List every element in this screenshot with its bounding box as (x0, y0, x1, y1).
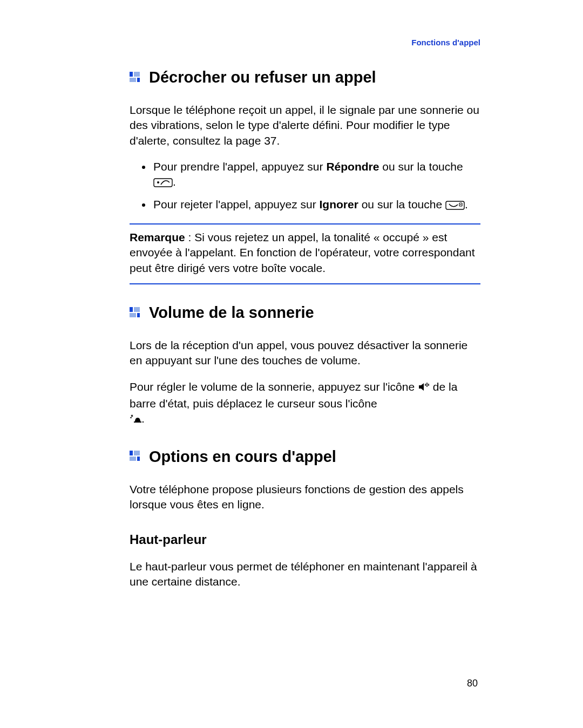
paragraph: Votre téléphone propose plusieurs foncti… (130, 482, 480, 513)
list-item: Pour rejeter l'appel, appuyez sur Ignore… (152, 197, 480, 214)
svg-point-4 (460, 204, 462, 205)
heading-text: Options en cours d'appel (149, 448, 336, 466)
svg-point-1 (157, 181, 159, 183)
bell-slider-icon (130, 413, 141, 428)
end-key-icon (445, 199, 465, 214)
svg-rect-0 (154, 179, 172, 187)
list-item: Pour prendre l'appel, appuyez sur Répond… (152, 159, 480, 192)
paragraph: Le haut-parleur vous permet de téléphone… (130, 559, 480, 590)
bold-label: Répondre (326, 160, 379, 173)
bullet-list: Pour prendre l'appel, appuyez sur Répond… (130, 159, 480, 214)
svg-marker-5 (419, 383, 424, 391)
bold-label: Ignorer (320, 198, 358, 210)
section-header-link[interactable]: Fonctions d'appel (130, 38, 480, 47)
page-number: 80 (467, 678, 478, 689)
document-page: Fonctions d'appel Décrocher ou refuser u… (0, 0, 583, 728)
paragraph: Pour régler le volume de la sonnerie, ap… (130, 379, 480, 428)
speaker-vibrate-icon (418, 381, 430, 396)
heading-text: Décrocher ou refuser un appel (149, 69, 376, 86)
note-box: Remarque : Si vous rejetez un appel, la … (130, 223, 480, 284)
section-bullet-icon (130, 307, 141, 319)
heading-text: Volume de la sonnerie (149, 304, 314, 322)
subheading-speaker: Haut-parleur (130, 532, 480, 547)
paragraph: Lorsque le téléphone reçoit un appel, il… (130, 103, 480, 148)
heading-answer-reject: Décrocher ou refuser un appel (130, 69, 480, 86)
svg-rect-2 (446, 201, 464, 209)
heading-ring-volume: Volume de la sonnerie (130, 304, 480, 322)
section-bullet-icon (130, 72, 141, 84)
svg-rect-6 (134, 421, 141, 423)
section-bullet-icon (130, 451, 141, 462)
call-key-icon (153, 176, 173, 191)
heading-in-call-options: Options en cours d'appel (130, 448, 480, 466)
note-label: Remarque (130, 231, 185, 243)
paragraph: Lors de la réception d'un appel, vous po… (130, 338, 480, 369)
